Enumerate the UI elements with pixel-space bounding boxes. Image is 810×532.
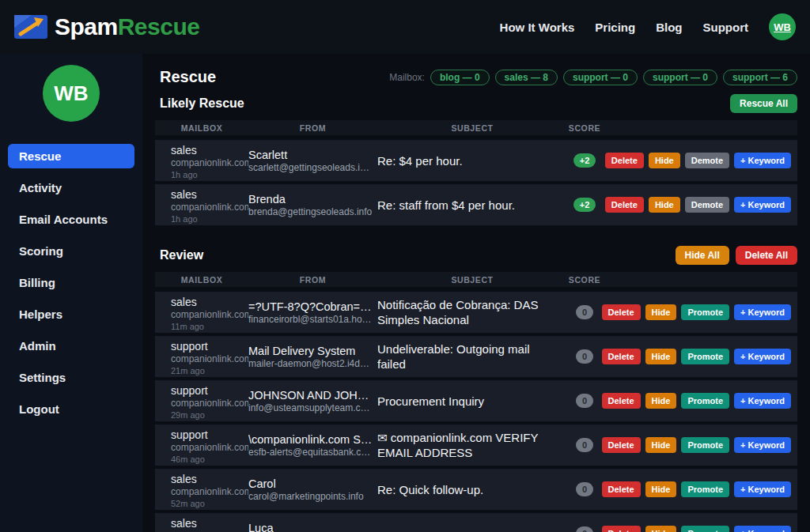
- hide-button[interactable]: Hide: [645, 481, 677, 497]
- email-row: sales Luca 0 RescueDeleteHidePromote+ Ke…: [155, 513, 797, 532]
- score-badge: +2: [573, 198, 596, 212]
- row-mailbox: support: [171, 340, 245, 353]
- row-subject: Re: $4 per hour.: [377, 140, 567, 181]
- email-row: sales companionlink.com 52m ago Carol ca…: [155, 469, 797, 510]
- add-keyword-button[interactable]: + Keyword: [734, 197, 791, 213]
- delete-button[interactable]: Delete: [602, 349, 641, 364]
- email-row: sales companionlink.com 11m ago =?UTF-8?…: [155, 292, 797, 333]
- delete-button[interactable]: Delete: [602, 393, 641, 409]
- column-header-score: SCORE: [567, 275, 602, 285]
- sidebar-item[interactable]: Logout: [8, 397, 134, 421]
- row-from-email: scarlett@gettingseoleads.in.net: [248, 162, 373, 174]
- score-badge: +2: [573, 153, 596, 168]
- demote-button[interactable]: Demote: [685, 153, 729, 168]
- top-navbar: SpamRescue How It WorksPricingBlogSuppor…: [0, 0, 810, 54]
- delete-button[interactable]: Delete: [605, 153, 644, 168]
- add-keyword-button[interactable]: + Keyword: [734, 393, 791, 409]
- promote-button[interactable]: Promote: [681, 393, 729, 409]
- nav-link[interactable]: Blog: [656, 21, 682, 34]
- row-actions: RescueDeleteHidePromote+ Keyword: [602, 380, 797, 421]
- hide-button[interactable]: Hide: [645, 349, 677, 364]
- score-badge: 0: [576, 526, 593, 532]
- hide-button[interactable]: Hide: [645, 437, 677, 453]
- hide-button[interactable]: Hide: [645, 526, 677, 532]
- column-header-from: FROM: [248, 275, 377, 285]
- row-mailbox: support: [171, 384, 245, 398]
- row-subject: Undeliverable: Outgoing mail failed: [377, 336, 567, 377]
- score-badge: 0: [576, 349, 593, 364]
- row-subject: Procurement Inquiry: [377, 380, 567, 421]
- row-domain: companionlink.com: [171, 486, 245, 498]
- mailbox-badge[interactable]: sales — 8: [495, 70, 558, 85]
- likely-rescue-rows: sales companionlink.com 1h ago Scarlett …: [155, 140, 797, 225]
- add-keyword-button[interactable]: + Keyword: [734, 526, 791, 532]
- row-subject: ✉ companionlink.com VERIFY EMAIL ADDRESS: [377, 424, 567, 466]
- email-row: sales companionlink.com 1h ago Scarlett …: [155, 140, 797, 181]
- row-time: 29m ago: [171, 409, 245, 421]
- brand-name: SpamRescue: [55, 13, 199, 40]
- mailbox-badge[interactable]: support — 0: [563, 70, 638, 85]
- row-actions: RescueDeleteHidePromote+ Keyword: [602, 469, 797, 510]
- row-actions: RescueDeleteHidePromote+ Keyword: [602, 424, 797, 466]
- mailbox-badge[interactable]: support — 0: [643, 70, 717, 85]
- add-keyword-button[interactable]: + Keyword: [734, 481, 791, 497]
- row-actions: RescueDeleteHideDemote+ Keyword: [602, 140, 797, 181]
- nav-link[interactable]: Support: [703, 21, 749, 34]
- user-avatar[interactable]: WB: [769, 13, 796, 40]
- delete-all-button[interactable]: Delete All: [736, 246, 797, 265]
- promote-button[interactable]: Promote: [681, 526, 729, 532]
- promote-button[interactable]: Promote: [681, 481, 729, 497]
- rescue-all-button[interactable]: Rescue All: [730, 94, 797, 113]
- row-from-name: Scarlett: [248, 148, 373, 162]
- hide-all-button[interactable]: Hide All: [676, 246, 729, 265]
- sidebar-item[interactable]: Billing: [8, 270, 134, 295]
- sidebar-item[interactable]: Admin: [8, 334, 134, 358]
- hide-button[interactable]: Hide: [649, 197, 680, 213]
- delete-button[interactable]: Delete: [605, 197, 644, 213]
- row-from-name: Luca: [248, 521, 373, 532]
- nav-link[interactable]: Pricing: [595, 21, 635, 34]
- nav-link[interactable]: How It Works: [500, 21, 575, 34]
- row-actions: RescueDeleteHidePromote+ Keyword: [602, 513, 797, 532]
- promote-button[interactable]: Promote: [681, 437, 729, 453]
- add-keyword-button[interactable]: + Keyword: [734, 349, 791, 364]
- delete-button[interactable]: Delete: [602, 304, 641, 320]
- mailbox-badge[interactable]: blog — 0: [430, 70, 490, 85]
- row-actions: RescueDeleteHideDemote+ Keyword: [602, 184, 797, 225]
- column-header-score: SCORE: [567, 123, 602, 133]
- sidebar-menu: RescueActivityEmail AccountsScoringBilli…: [0, 144, 142, 421]
- delete-button[interactable]: Delete: [602, 481, 641, 497]
- row-from-email: financeirorbl@starts01a.hostflex.website: [248, 314, 373, 326]
- row-mailbox: sales: [171, 296, 245, 309]
- delete-button[interactable]: Delete: [602, 437, 641, 453]
- row-actions: RescueDeleteHidePromote+ Keyword: [602, 292, 797, 333]
- sidebar-item[interactable]: Email Accounts: [8, 207, 134, 232]
- add-keyword-button[interactable]: + Keyword: [734, 304, 791, 320]
- add-keyword-button[interactable]: + Keyword: [734, 437, 791, 453]
- promote-button[interactable]: Promote: [681, 349, 729, 364]
- row-from-name: Mail Delivery System: [248, 344, 373, 358]
- row-from-email: mailer-daemon@host2.i4dots.com: [248, 358, 373, 370]
- hide-button[interactable]: Hide: [649, 153, 680, 168]
- sidebar-item[interactable]: Activity: [8, 175, 134, 200]
- hide-button[interactable]: Hide: [645, 393, 677, 409]
- score-badge: 0: [576, 438, 593, 452]
- sidebar-item[interactable]: Settings: [8, 365, 134, 390]
- sidebar-item[interactable]: Scoring: [8, 239, 134, 263]
- add-keyword-button[interactable]: + Keyword: [734, 153, 791, 168]
- sidebar-item[interactable]: Helpers: [8, 302, 134, 326]
- mailbox-badge[interactable]: support — 6: [723, 70, 797, 85]
- column-header-mailbox: MAILBOX: [155, 123, 248, 133]
- sidebar-item[interactable]: Rescue: [8, 144, 134, 168]
- demote-button[interactable]: Demote: [685, 197, 729, 213]
- row-from-name: Brenda: [248, 192, 373, 206]
- delete-button[interactable]: Delete: [602, 526, 641, 532]
- promote-button[interactable]: Promote: [681, 304, 729, 320]
- row-from-name: =?UTF-8?Q?Cobran=C3=A7a_=…: [248, 300, 373, 314]
- row-mailbox: sales: [171, 144, 245, 157]
- mailbox-filter-bar: Mailbox: blog — 0sales — 8support — 0sup…: [389, 70, 797, 85]
- brand-logo[interactable]: SpamRescue: [14, 13, 199, 40]
- column-header-from: FROM: [248, 123, 377, 133]
- row-from-email: brenda@gettingseoleads.info: [248, 206, 373, 218]
- hide-button[interactable]: Hide: [645, 304, 677, 320]
